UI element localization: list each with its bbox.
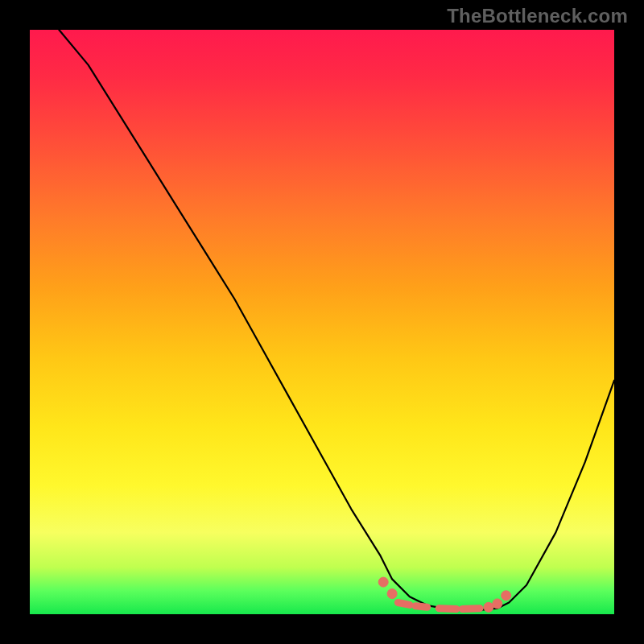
marker-dash [398, 603, 410, 605]
marker-dot [493, 599, 502, 609]
watermark-text: TheBottleneck.com [447, 5, 628, 27]
curve-svg [30, 30, 614, 614]
plot-area [30, 30, 614, 614]
marker-dash [415, 606, 427, 608]
marker-dot [387, 589, 397, 599]
bottleneck-curve [59, 30, 614, 611]
chart-frame: TheBottleneck.com [0, 0, 644, 644]
marker-dash [462, 609, 480, 609]
marker-dot [484, 602, 493, 612]
marker-dash [439, 609, 456, 609]
highlight-markers [378, 577, 511, 612]
marker-dot [378, 577, 388, 587]
marker-dot [502, 591, 511, 601]
